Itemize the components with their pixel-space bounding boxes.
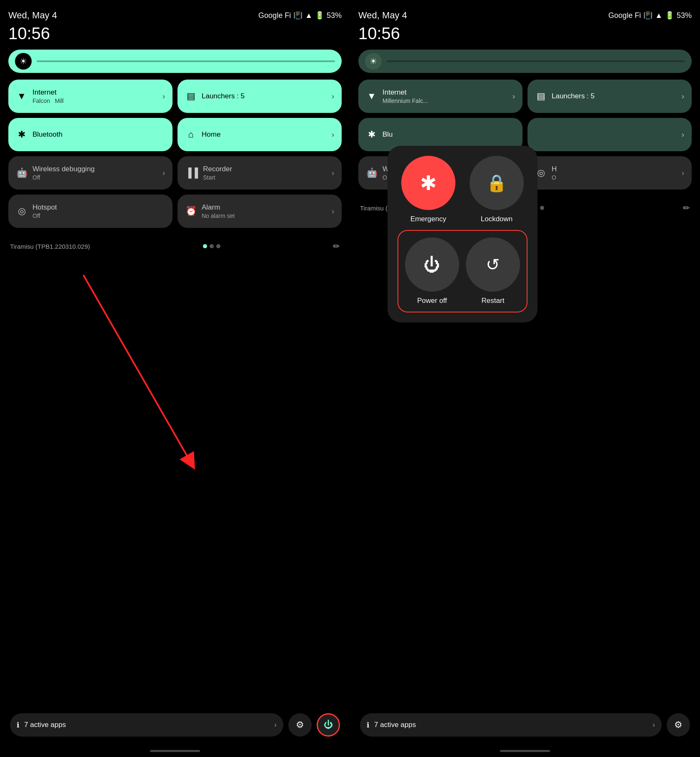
right-signal-icon: ▲ [655, 11, 662, 20]
recorder-arrow: › [332, 169, 334, 177]
restart-icon: ↺ [486, 255, 500, 274]
battery-icon: 🔋 [315, 11, 324, 20]
tile-internet[interactable]: ▼ Internet Falcon Mill › [8, 80, 172, 113]
active-apps-button[interactable]: ℹ 7 active apps › [10, 713, 283, 737]
right-edit-icon[interactable]: ✏ [683, 203, 690, 213]
left-date: Wed, May 4 [8, 10, 57, 21]
lockdown-label: Lockdown [481, 215, 513, 223]
bluetooth-icon: ✱ [16, 129, 28, 140]
home-title: Home [202, 130, 327, 139]
wireless-debug-icon: 🤖 [16, 167, 28, 178]
restart-button[interactable]: ↺ [466, 237, 520, 292]
emergency-button[interactable]: ✱ [401, 156, 455, 210]
settings-button[interactable]: ⚙ [288, 713, 312, 737]
recorder-sub: Start [203, 174, 327, 181]
right-hotspot-title: H [552, 165, 677, 173]
left-tiles-grid: ▼ Internet Falcon Mill › ▤ Launchers : 5… [8, 80, 342, 228]
right-launchers-arrow: › [682, 92, 684, 101]
right-info-icon: ℹ [367, 721, 369, 730]
brightness-track[interactable] [37, 60, 335, 62]
tile-launchers[interactable]: ▤ Launchers : 5 › [178, 80, 342, 113]
hotspot-sub: Off [32, 212, 165, 219]
right-bluetooth-icon: ✱ [366, 129, 378, 140]
edit-icon[interactable]: ✏ [333, 241, 340, 251]
alarm-icon: ⏰ [185, 206, 197, 217]
power-button[interactable]: ⏻ [317, 713, 340, 737]
right-brightness-bar[interactable]: ☀ [358, 50, 692, 73]
emergency-item[interactable]: ✱ Emergency [398, 156, 459, 223]
poweroff-item[interactable]: ⏻ Power off [405, 237, 459, 305]
left-time: 10:56 [8, 24, 342, 43]
right-date: Wed, May 4 [358, 10, 407, 21]
right-unknown-arrow: › [682, 130, 684, 139]
right-dot-3 [540, 206, 544, 210]
left-bottom-bar: ℹ 7 active apps › ⚙ ⏻ [8, 707, 342, 747]
dot-1 [203, 244, 207, 248]
lockdown-icon: 🔒 [486, 173, 507, 193]
right-launchers-icon: ▤ [535, 91, 547, 102]
info-icon: ℹ [17, 721, 19, 730]
right-settings-button[interactable]: ⚙ [667, 713, 690, 737]
bluetooth-title: Bluetooth [32, 130, 165, 139]
right-settings-icon: ⚙ [674, 720, 682, 730]
right-tile-unknown[interactable]: › [528, 118, 692, 151]
build-info: Tiramisu (TPB1.220310.029) [10, 243, 90, 250]
right-active-apps-arrow: › [652, 721, 655, 729]
hotspot-icon: ◎ [16, 206, 28, 217]
tile-recorder[interactable]: ▐▐ Recorder Start › [178, 156, 342, 190]
signal-icon: ▲ [305, 11, 312, 20]
power-bottom-wrapper: ⏻ Power off ↺ Restart [398, 230, 528, 312]
tile-home[interactable]: ⌂ Home › [178, 118, 342, 151]
right-active-apps-button[interactable]: ℹ 7 active apps › [360, 713, 662, 737]
power-menu: ✱ Emergency 🔒 Lockdown ⏻ Power off ↺ [388, 146, 538, 322]
right-vibrate-icon: 📳 [643, 11, 652, 20]
launchers-title: Launchers : 5 [202, 92, 327, 100]
page-dots [203, 244, 220, 248]
lockdown-item[interactable]: 🔒 Lockdown [466, 156, 528, 223]
restart-item[interactable]: ↺ Restart [466, 237, 520, 305]
right-brightness-track[interactable] [387, 60, 685, 62]
emergency-icon: ✱ [420, 171, 437, 195]
active-apps-arrow: › [274, 721, 277, 729]
wireless-debug-arrow: › [162, 169, 165, 177]
lockdown-button[interactable]: 🔒 [470, 156, 524, 210]
alarm-arrow: › [332, 207, 334, 216]
right-tile-hotspot[interactable]: ◎ H O › [528, 156, 692, 190]
sun-icon: ☀ [20, 56, 27, 66]
right-build-info: Tiramisu ( [360, 205, 388, 212]
left-brightness-bar[interactable]: ☀ [8, 50, 342, 73]
right-internet-arrow: › [512, 92, 515, 101]
tile-bluetooth[interactable]: ✱ Bluetooth [8, 118, 172, 151]
right-hotspot-arrow: › [682, 169, 684, 177]
right-tile-launchers[interactable]: ▤ Launchers : 5 › [528, 80, 692, 113]
right-brightness-icon: ☀ [365, 53, 382, 70]
recorder-title: Recorder [203, 165, 327, 173]
brightness-icon: ☀ [15, 53, 32, 70]
right-wireless-icon: 🤖 [366, 167, 378, 178]
poweroff-button[interactable]: ⏻ [405, 237, 459, 292]
dot-2 [210, 244, 214, 248]
right-status-bar: Wed, May 4 Google Fi 📳 ▲ 🔋 53% [358, 10, 692, 21]
home-arrow: › [332, 130, 334, 139]
alarm-sub: No alarm set [202, 212, 327, 219]
settings-icon: ⚙ [296, 720, 304, 730]
right-internet-sub: Millennium Falc... [382, 97, 508, 104]
launchers-arrow: › [332, 92, 334, 101]
carrier-text: Google Fi [258, 11, 291, 20]
home-icon: ⌂ [185, 129, 197, 140]
power-icon: ⏻ [324, 720, 333, 730]
internet-title: Internet [32, 88, 158, 97]
poweroff-label: Power off [417, 297, 447, 305]
tile-hotspot[interactable]: ◎ Hotspot Off [8, 195, 172, 228]
tile-wireless-debug[interactable]: 🤖 Wireless debugging Off › [8, 156, 172, 190]
restart-label: Restart [482, 297, 505, 305]
right-panel: Wed, May 4 Google Fi 📳 ▲ 🔋 53% 10:56 ☀ ▼… [350, 0, 700, 757]
tile-alarm[interactable]: ⏰ Alarm No alarm set › [178, 195, 342, 228]
right-tile-internet[interactable]: ▼ Internet Millennium Falc... › [358, 80, 522, 113]
right-hotspot-sub: O [552, 174, 677, 181]
alarm-title: Alarm [202, 203, 327, 212]
wireless-debug-title: Wireless debugging [32, 165, 158, 173]
emergency-label: Emergency [410, 215, 446, 223]
wireless-debug-sub: Off [32, 174, 158, 181]
right-time: 10:56 [358, 24, 692, 43]
